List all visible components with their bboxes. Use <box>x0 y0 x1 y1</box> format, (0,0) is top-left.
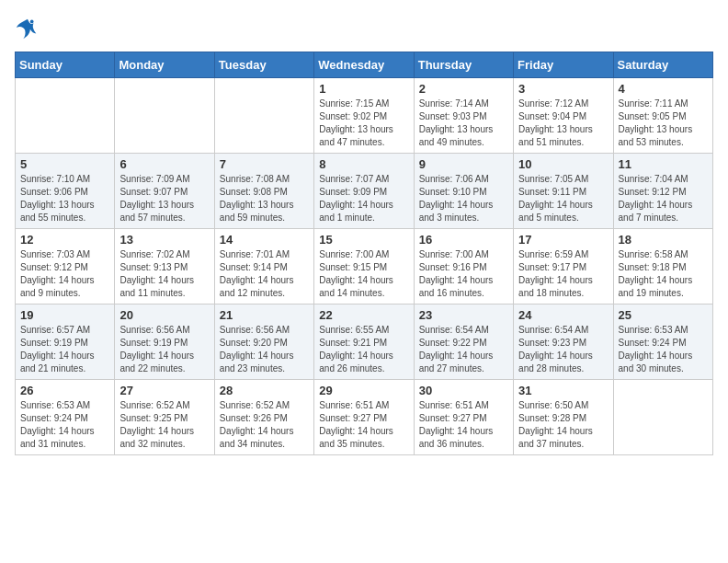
day-number: 12 <box>20 233 109 247</box>
day-number: 22 <box>319 308 408 322</box>
calendar-cell: 2Sunrise: 7:14 AMSunset: 9:03 PMDaylight… <box>414 78 513 154</box>
day-number: 1 <box>319 82 408 96</box>
calendar-cell: 14Sunrise: 7:01 AMSunset: 9:14 PMDayligh… <box>214 229 313 304</box>
calendar-cell: 6Sunrise: 7:09 AMSunset: 9:07 PMDaylight… <box>115 154 214 229</box>
day-info: Sunrise: 6:52 AMSunset: 9:25 PMDaylight:… <box>119 399 209 451</box>
day-info: Sunrise: 7:07 AMSunset: 9:09 PMDaylight:… <box>319 173 408 224</box>
day-info: Sunrise: 6:51 AMSunset: 9:27 PMDaylight:… <box>419 399 508 451</box>
calendar-cell: 12Sunrise: 7:03 AMSunset: 9:12 PMDayligh… <box>16 229 115 304</box>
calendar-cell: 7Sunrise: 7:08 AMSunset: 9:08 PMDaylight… <box>214 154 313 229</box>
day-info: Sunrise: 7:10 AMSunset: 9:06 PMDaylight:… <box>20 173 109 224</box>
calendar-cell: 27Sunrise: 6:52 AMSunset: 9:25 PMDayligh… <box>115 380 214 455</box>
day-number: 31 <box>518 384 608 397</box>
calendar-cell <box>214 78 313 154</box>
calendar-cell <box>115 78 214 154</box>
day-number: 29 <box>319 384 408 397</box>
calendar-cell: 29Sunrise: 6:51 AMSunset: 9:27 PMDayligh… <box>314 380 414 455</box>
day-number: 19 <box>20 308 109 322</box>
calendar-cell: 13Sunrise: 7:02 AMSunset: 9:13 PMDayligh… <box>115 229 214 304</box>
day-number: 5 <box>20 157 109 171</box>
day-info: Sunrise: 7:11 AMSunset: 9:05 PMDaylight:… <box>619 98 708 149</box>
calendar-header-saturday: Saturday <box>613 52 712 78</box>
calendar-table: SundayMondayTuesdayWednesdayThursdayFrid… <box>15 52 713 455</box>
day-number: 28 <box>220 384 309 397</box>
calendar-cell: 21Sunrise: 6:56 AMSunset: 9:20 PMDayligh… <box>214 304 313 380</box>
day-number: 11 <box>619 157 708 171</box>
day-number: 26 <box>20 384 109 397</box>
day-info: Sunrise: 6:56 AMSunset: 9:20 PMDaylight:… <box>220 324 309 375</box>
day-number: 10 <box>518 157 608 171</box>
day-number: 8 <box>319 157 408 171</box>
calendar-cell: 24Sunrise: 6:54 AMSunset: 9:23 PMDayligh… <box>514 304 613 380</box>
day-number: 16 <box>419 233 508 247</box>
calendar-header-monday: Monday <box>115 52 214 78</box>
day-info: Sunrise: 6:55 AMSunset: 9:21 PMDaylight:… <box>319 324 408 375</box>
calendar-cell: 22Sunrise: 6:55 AMSunset: 9:21 PMDayligh… <box>314 304 414 380</box>
calendar-week-row: 1Sunrise: 7:15 AMSunset: 9:02 PMDaylight… <box>16 78 713 154</box>
day-number: 21 <box>220 308 309 322</box>
day-number: 4 <box>619 82 708 96</box>
day-number: 17 <box>518 233 608 247</box>
day-number: 3 <box>518 82 608 96</box>
day-info: Sunrise: 6:54 AMSunset: 9:22 PMDaylight:… <box>419 324 508 375</box>
day-info: Sunrise: 7:04 AMSunset: 9:12 PMDaylight:… <box>619 173 708 224</box>
day-number: 23 <box>419 308 508 322</box>
day-info: Sunrise: 6:50 AMSunset: 9:28 PMDaylight:… <box>518 399 608 451</box>
calendar-cell: 19Sunrise: 6:57 AMSunset: 9:19 PMDayligh… <box>16 304 115 380</box>
calendar-cell: 30Sunrise: 6:51 AMSunset: 9:27 PMDayligh… <box>414 380 513 455</box>
calendar-cell: 16Sunrise: 7:00 AMSunset: 9:16 PMDayligh… <box>414 229 513 304</box>
day-info: Sunrise: 7:08 AMSunset: 9:08 PMDaylight:… <box>220 173 309 224</box>
day-info: Sunrise: 7:05 AMSunset: 9:11 PMDaylight:… <box>518 173 608 224</box>
day-info: Sunrise: 6:51 AMSunset: 9:27 PMDaylight:… <box>319 399 408 451</box>
calendar-cell: 8Sunrise: 7:07 AMSunset: 9:09 PMDaylight… <box>314 154 414 229</box>
calendar-cell: 11Sunrise: 7:04 AMSunset: 9:12 PMDayligh… <box>613 154 712 229</box>
calendar-cell: 5Sunrise: 7:10 AMSunset: 9:06 PMDaylight… <box>16 154 115 229</box>
calendar-cell: 9Sunrise: 7:06 AMSunset: 9:10 PMDaylight… <box>414 154 513 229</box>
day-info: Sunrise: 6:56 AMSunset: 9:19 PMDaylight:… <box>119 324 209 375</box>
calendar-cell: 25Sunrise: 6:53 AMSunset: 9:24 PMDayligh… <box>613 304 712 380</box>
calendar-week-row: 19Sunrise: 6:57 AMSunset: 9:19 PMDayligh… <box>16 304 713 380</box>
day-number: 27 <box>119 384 209 397</box>
day-number: 24 <box>518 308 608 322</box>
day-number: 15 <box>319 233 408 247</box>
day-number: 25 <box>619 308 708 322</box>
day-info: Sunrise: 7:12 AMSunset: 9:04 PMDaylight:… <box>518 98 608 149</box>
day-info: Sunrise: 6:53 AMSunset: 9:24 PMDaylight:… <box>619 324 708 375</box>
calendar-cell: 10Sunrise: 7:05 AMSunset: 9:11 PMDayligh… <box>514 154 613 229</box>
calendar-cell: 17Sunrise: 6:59 AMSunset: 9:17 PMDayligh… <box>514 229 613 304</box>
day-number: 30 <box>419 384 508 397</box>
calendar-week-row: 5Sunrise: 7:10 AMSunset: 9:06 PMDaylight… <box>16 154 713 229</box>
day-info: Sunrise: 6:59 AMSunset: 9:17 PMDaylight:… <box>518 248 608 300</box>
day-info: Sunrise: 7:02 AMSunset: 9:13 PMDaylight:… <box>119 248 209 300</box>
calendar-cell: 23Sunrise: 6:54 AMSunset: 9:22 PMDayligh… <box>414 304 513 380</box>
svg-point-0 <box>30 20 34 24</box>
day-info: Sunrise: 7:00 AMSunset: 9:15 PMDaylight:… <box>319 248 408 300</box>
day-number: 20 <box>119 308 209 322</box>
logo-bird-icon <box>15 15 40 40</box>
day-number: 14 <box>220 233 309 247</box>
day-info: Sunrise: 7:01 AMSunset: 9:14 PMDaylight:… <box>220 248 309 300</box>
calendar-header-thursday: Thursday <box>414 52 513 78</box>
day-number: 18 <box>619 233 708 247</box>
day-info: Sunrise: 6:54 AMSunset: 9:23 PMDaylight:… <box>518 324 608 375</box>
calendar-cell: 28Sunrise: 6:52 AMSunset: 9:26 PMDayligh… <box>214 380 313 455</box>
day-number: 7 <box>220 157 309 171</box>
logo <box>15 15 44 40</box>
day-info: Sunrise: 7:03 AMSunset: 9:12 PMDaylight:… <box>20 248 109 300</box>
day-info: Sunrise: 7:06 AMSunset: 9:10 PMDaylight:… <box>419 173 508 224</box>
calendar-cell: 15Sunrise: 7:00 AMSunset: 9:15 PMDayligh… <box>314 229 414 304</box>
day-info: Sunrise: 6:57 AMSunset: 9:19 PMDaylight:… <box>20 324 109 375</box>
day-info: Sunrise: 7:14 AMSunset: 9:03 PMDaylight:… <box>419 98 508 149</box>
calendar-header-tuesday: Tuesday <box>214 52 313 78</box>
calendar-cell: 3Sunrise: 7:12 AMSunset: 9:04 PMDaylight… <box>514 78 613 154</box>
calendar-header-friday: Friday <box>514 52 613 78</box>
calendar-header-wednesday: Wednesday <box>314 52 414 78</box>
day-info: Sunrise: 6:58 AMSunset: 9:18 PMDaylight:… <box>619 248 708 300</box>
day-info: Sunrise: 6:53 AMSunset: 9:24 PMDaylight:… <box>20 399 109 451</box>
calendar-cell: 4Sunrise: 7:11 AMSunset: 9:05 PMDaylight… <box>613 78 712 154</box>
day-info: Sunrise: 7:09 AMSunset: 9:07 PMDaylight:… <box>119 173 209 224</box>
page-header <box>15 15 713 40</box>
day-number: 13 <box>119 233 209 247</box>
calendar-header-sunday: Sunday <box>16 52 115 78</box>
day-number: 6 <box>119 157 209 171</box>
